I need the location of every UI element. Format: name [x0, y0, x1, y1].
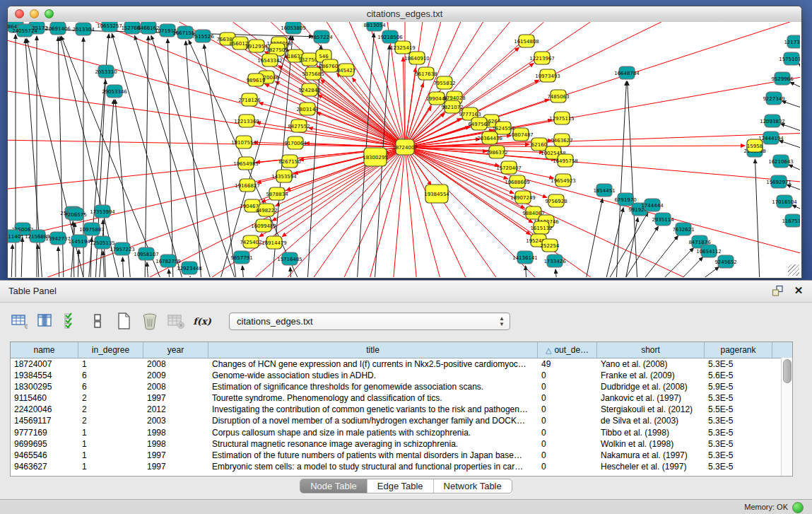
- graph-node[interactable]: 2935114: [652, 213, 674, 226]
- table-selector-dropdown[interactable]: citations_edges.txt ▲▼: [229, 313, 510, 330]
- graph-node[interactable]: 9245652: [714, 255, 736, 268]
- table-cell[interactable]: 49: [538, 358, 597, 370]
- graph-node[interactable]: 12093832: [760, 115, 785, 127]
- graph-node[interactable]: 8427552: [288, 119, 310, 132]
- table-cell[interactable]: 18724007: [11, 358, 78, 370]
- table-cell[interactable]: 2008: [143, 358, 208, 370]
- table-cell[interactable]: 1997: [143, 392, 208, 404]
- table-cell[interactable]: 2009: [143, 370, 208, 381]
- table-cell[interactable]: 5.3E-5: [705, 450, 772, 461]
- table-cell[interactable]: Dudbridge et al. (2008): [597, 381, 705, 392]
- graph-node[interactable]: 16648784: [614, 66, 640, 79]
- graph-node[interactable]: 7425402: [240, 235, 261, 248]
- graph-node[interactable]: 7515526: [192, 30, 214, 42]
- table-cell[interactable]: 2008: [143, 381, 208, 392]
- graph-node[interactable]: 14353594: [271, 170, 297, 182]
- tab-node-table[interactable]: Node Table: [300, 479, 367, 493]
- table-cell[interactable]: 1998: [143, 427, 208, 438]
- table-cell[interactable]: 0: [538, 450, 597, 461]
- graph-node[interactable]: 1733426: [543, 255, 566, 267]
- tab-network-table[interactable]: Network Table: [434, 479, 512, 493]
- graph-node[interactable]: 16914479: [261, 236, 287, 249]
- graph-node[interactable]: 9756928: [545, 194, 567, 207]
- graph-node[interactable]: 8267150: [278, 155, 300, 168]
- table-cell[interactable]: 5.3E-5: [705, 415, 772, 426]
- table-row[interactable]: 911546021997Tourette syndrome. Phenomeno…: [11, 392, 792, 404]
- table-cell[interactable]: 5.3E-5: [705, 427, 772, 438]
- graph-node[interactable]: 7955812: [433, 76, 455, 89]
- table-cell[interactable]: 2012: [143, 404, 208, 415]
- table-cell[interactable]: 2: [78, 415, 143, 426]
- table-cell[interactable]: 0: [538, 438, 597, 450]
- graph-node[interactable]: 18724007: [392, 139, 418, 155]
- table-cell[interactable]: 9777169: [11, 427, 78, 438]
- graph-node[interactable]: 1167533: [782, 214, 800, 227]
- table-cell[interactable]: 5.6E-5: [705, 370, 772, 381]
- graph-node[interactable]: 6497568: [468, 117, 490, 130]
- network-canvas[interactable]: 1864351963517220133042405572420691406106…: [8, 22, 801, 278]
- graph-node[interactable]: 16053809: [281, 22, 306, 34]
- graph-node[interactable]: 2013304: [72, 23, 95, 35]
- graph-node[interactable]: 15958: [747, 139, 763, 152]
- table-cell[interactable]: 6: [78, 370, 143, 381]
- table-cell[interactable]: 1: [78, 461, 143, 472]
- table-cell[interactable]: 5.3E-5: [705, 438, 772, 450]
- table-cell[interactable]: 0: [538, 381, 597, 392]
- table-cell[interactable]: 0: [538, 415, 597, 426]
- graph-node[interactable]: 252254: [541, 239, 560, 252]
- table-row[interactable]: 946362711997Embryonic stem cells: a mode…: [11, 461, 792, 472]
- column-header-short[interactable]: short: [597, 342, 705, 358]
- table-cell[interactable]: 9115460: [11, 392, 78, 404]
- table-cell[interactable]: 1998: [143, 438, 208, 450]
- graph-node[interactable]: 1615132: [530, 221, 552, 234]
- graph-node[interactable]: 9529966: [771, 72, 794, 85]
- table-cell[interactable]: 0: [538, 461, 597, 472]
- graph-node[interactable]: 12213967: [529, 52, 555, 64]
- graph-node[interactable]: 15720407: [496, 161, 522, 174]
- table-cell[interactable]: 1997: [143, 450, 208, 461]
- table-cell[interactable]: 0: [538, 370, 597, 381]
- table-cell[interactable]: Estimation of significance thresholds fo…: [208, 381, 538, 392]
- window-resize-grip[interactable]: [788, 264, 799, 276]
- graph-node[interactable]: 10688609: [505, 175, 530, 188]
- function-builder-button[interactable]: f(x): [193, 312, 211, 330]
- graph-node[interactable]: 2803144: [296, 103, 319, 115]
- float-panel-icon[interactable]: [771, 284, 784, 297]
- table-cell[interactable]: 5.5E-5: [705, 404, 772, 415]
- graph-node[interactable]: 9463627: [551, 134, 572, 146]
- table-row[interactable]: 969969511998Structural magnetic resonanc…: [11, 438, 792, 450]
- column-header-pagerank[interactable]: pagerank: [705, 342, 772, 358]
- graph-node[interactable]: 7986372: [486, 146, 507, 158]
- table-cell[interactable]: 1: [78, 427, 143, 438]
- graph-node[interactable]: 1145194: [68, 235, 90, 247]
- table-cell[interactable]: Wolkin et al. (1998): [597, 438, 705, 450]
- table-cell[interactable]: 18300295: [11, 381, 78, 392]
- network-window-titlebar[interactable]: citations_edges.txt: [8, 6, 801, 23]
- table-cell[interactable]: 0: [538, 392, 597, 404]
- table-row[interactable]: 2242004622012Investigating the contribut…: [11, 404, 792, 415]
- graph-node[interactable]: 4498222: [255, 204, 277, 216]
- graph-node[interactable]: 10973493: [535, 69, 560, 82]
- graph-node[interactable]: 18300295: [363, 148, 388, 166]
- column-visibility-button[interactable]: [36, 312, 54, 330]
- graph-node[interactable]: 16210643: [768, 155, 794, 168]
- graph-node[interactable]: 989619: [247, 74, 266, 86]
- graph-node[interactable]: 7632621: [672, 223, 694, 235]
- table-cell[interactable]: Tourette syndrome. Phenomenology and cla…: [208, 392, 538, 404]
- graph-node[interactable]: 19384554: [424, 185, 449, 203]
- graph-node[interactable]: 8813054: [363, 22, 386, 31]
- table-cell[interactable]: Jankovic et al. (1997): [597, 392, 705, 404]
- graph-node[interactable]: 19166827: [235, 179, 260, 192]
- table-scrollbar-thumb[interactable]: [783, 359, 792, 383]
- table-cell[interactable]: 2: [78, 392, 143, 404]
- table-cell[interactable]: Estimation of the future numbers of pati…: [208, 450, 538, 461]
- graph-node[interactable]: 9857791: [230, 251, 252, 264]
- table-cell[interactable]: Yano et al. (2008): [597, 358, 705, 370]
- table-cell[interactable]: 2: [78, 404, 143, 415]
- column-header-out_de[interactable]: △out_de…: [538, 342, 597, 358]
- graph-node[interactable]: 1217304: [784, 35, 800, 48]
- graph-node[interactable]: 20691406: [45, 22, 71, 35]
- column-header-name[interactable]: name: [11, 342, 78, 358]
- graph-node[interactable]: 29053346: [102, 85, 127, 98]
- table-cell[interactable]: 0: [538, 404, 597, 415]
